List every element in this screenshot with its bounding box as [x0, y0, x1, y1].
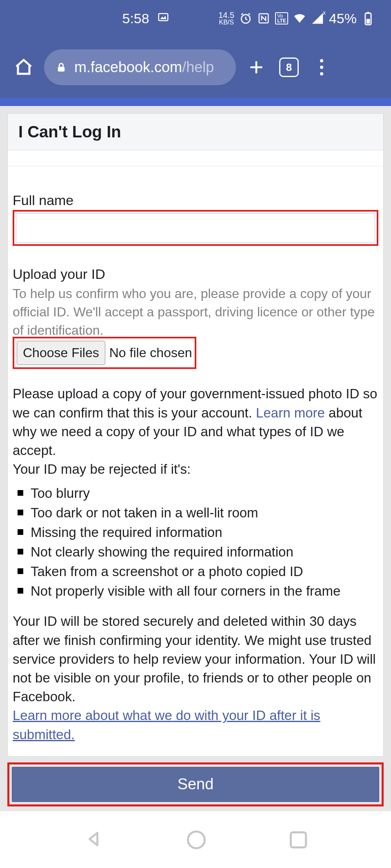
browser-home-button[interactable] — [11, 55, 36, 80]
svg-marker-1 — [160, 15, 166, 19]
status-right: 14.5 KB/S Vo LTE x 45% — [218, 11, 375, 27]
tab-count-badge: 8 — [279, 57, 299, 77]
svg-rect-6 — [367, 19, 370, 23]
list-item: Too dark or not taken in a well-lit room — [15, 503, 378, 523]
card-header: I Can't Log In — [8, 114, 383, 150]
lock-icon — [56, 62, 67, 73]
full-name-label: Full name — [13, 192, 378, 208]
list-item: Not clearly showing the required informa… — [15, 542, 378, 562]
form-body: Full name Upload your ID To help us conf… — [8, 166, 383, 756]
file-input-row: Choose Files No file chosen — [14, 338, 195, 367]
tabs-button[interactable]: 8 — [277, 55, 301, 80]
alarm-icon — [239, 12, 252, 25]
network-speed-icon: 14.5 KB/S — [218, 11, 234, 26]
upload-instructions: Please upload a copy of your government-… — [13, 384, 378, 479]
android-status-bar: 5:58 14.5 KB/S Vo LTE x 45% — [0, 0, 391, 37]
help-card: I Can't Log In Full name Upload your ID … — [7, 113, 384, 757]
browser-menu-button[interactable] — [309, 55, 334, 80]
wifi-icon — [293, 12, 306, 25]
page-title: I Can't Log In — [18, 123, 373, 141]
full-name-input[interactable] — [16, 213, 375, 243]
highlight-send: Send — [7, 762, 384, 806]
choose-files-button[interactable]: Choose Files — [17, 341, 105, 365]
rejection-reasons-list: Too blurry Too dark or not taken in a we… — [15, 484, 378, 601]
list-item: Taken from a screenshot or a photo copie… — [15, 562, 378, 581]
url-text: m.facebook.com/help — [74, 59, 214, 76]
volte-icon: Vo LTE — [275, 12, 288, 25]
svg-rect-0 — [158, 13, 168, 21]
upload-id-label: Upload your ID — [13, 266, 378, 282]
list-item: Too blurry — [15, 484, 378, 503]
rejected-intro: Your ID may be rejected if it's: — [13, 462, 191, 477]
learn-more-id-link[interactable]: Learn more about what we do with your ID… — [13, 708, 320, 742]
screenshot-icon — [157, 11, 170, 24]
upload-id-helper: To help us confirm who you are, please p… — [13, 285, 378, 339]
circle-icon — [187, 830, 206, 849]
facebook-header-strip — [0, 98, 391, 106]
nav-back-button[interactable] — [84, 830, 103, 850]
signal-icon: x — [311, 12, 324, 25]
square-icon — [290, 831, 307, 848]
status-time: 5:58 — [122, 11, 149, 27]
send-section: Send — [7, 757, 384, 813]
file-status-text: No file chosen — [109, 345, 192, 360]
svg-rect-7 — [58, 67, 64, 72]
send-button[interactable]: Send — [12, 767, 379, 802]
svg-rect-5 — [367, 12, 369, 13]
highlight-fullname — [13, 210, 378, 246]
list-item: Not properly visible with all four corne… — [15, 581, 378, 601]
android-nav-bar — [0, 811, 391, 868]
new-tab-button[interactable] — [244, 55, 269, 80]
kebab-icon — [320, 59, 323, 75]
nav-recents-button[interactable] — [290, 831, 307, 848]
list-item: Missing the required information — [15, 523, 378, 542]
highlight-fileinput: Choose Files No file chosen — [13, 337, 196, 369]
browser-toolbar: m.facebook.com/help 8 — [0, 37, 391, 98]
nfc-icon — [257, 12, 270, 25]
storage-paragraph: Your ID will be stored securely and dele… — [13, 612, 378, 706]
learn-more-link[interactable]: Learn more — [256, 405, 325, 420]
url-bar[interactable]: m.facebook.com/help — [44, 49, 236, 85]
status-left: 5:58 — [16, 11, 218, 27]
page-body: I Can't Log In Full name Upload your ID … — [0, 106, 391, 813]
nav-home-button[interactable] — [187, 830, 206, 849]
battery-percentage: 45% — [329, 11, 357, 27]
battery-icon — [362, 12, 375, 25]
